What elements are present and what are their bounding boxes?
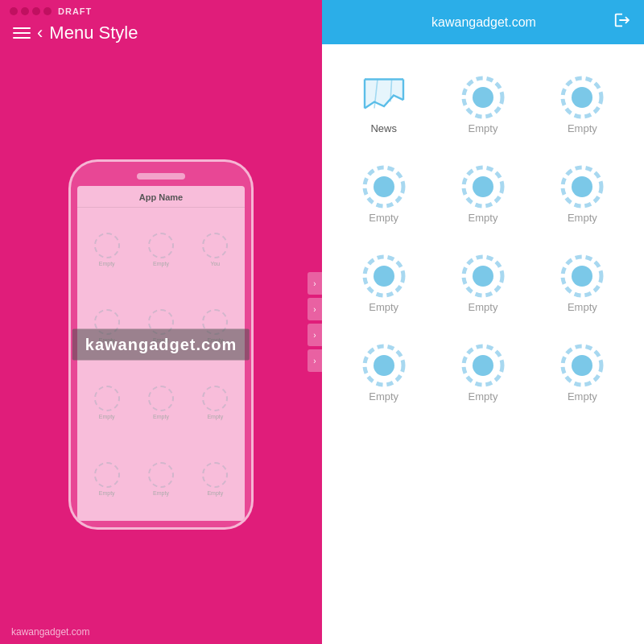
empty-circle-icon (458, 341, 508, 390)
hamburger-icon[interactable] (13, 27, 31, 39)
menu-item-label: Empty (568, 301, 597, 313)
list-item[interactable]: Empty (134, 365, 187, 440)
menu-grid: News Empty Empty (330, 60, 636, 411)
menu-item-label: Empty (568, 122, 597, 134)
svg-point-5 (473, 87, 493, 108)
list-item[interactable]: Empty (134, 213, 187, 287)
empty-circle-icon (359, 341, 409, 390)
svg-point-21 (374, 355, 394, 376)
menu-item-empty3[interactable]: Empty (338, 151, 429, 232)
arrow-tab-4[interactable]: › (308, 349, 322, 372)
menu-style-title: Menu Style (49, 23, 138, 43)
list-item[interactable]: Empty (134, 441, 187, 516)
list-item[interactable]: Empty (80, 289, 133, 364)
list-item[interactable]: Empty (189, 289, 242, 364)
phone-item-label: Empty (99, 414, 115, 419)
menu-item-empty9[interactable]: Empty (338, 329, 429, 411)
status-dot-2 (21, 7, 29, 15)
menu-item-empty6[interactable]: Empty (338, 240, 429, 321)
phone-item-label: Empty (153, 414, 169, 419)
list-item[interactable]: Empty (80, 365, 133, 440)
arrow-tab-2[interactable]: › (308, 298, 322, 320)
status-dot-4 (43, 7, 52, 15)
empty-circle-icon (458, 162, 508, 212)
phone-side-btn-right (252, 258, 254, 291)
status-dot-3 (32, 7, 40, 15)
svg-point-17 (473, 266, 493, 287)
svg-point-7 (572, 87, 592, 108)
left-watermark: kawangadget.com (0, 620, 322, 644)
phone-circle-3 (202, 233, 228, 258)
phone-item-label: Empty (153, 490, 169, 496)
svg-point-23 (473, 355, 493, 376)
svg-point-9 (374, 176, 394, 197)
list-item[interactable]: Empty (80, 213, 133, 287)
empty-circle-icon (557, 72, 607, 122)
menu-item-label: Empty (469, 390, 498, 402)
news-map-icon (358, 72, 410, 116)
phone-item-label: Empty (99, 490, 115, 496)
phone-grid: Empty Empty You Empty (77, 208, 245, 521)
phone-circle-9 (202, 386, 228, 411)
menu-item-empty4[interactable]: Empty (437, 151, 528, 232)
menu-item-label: Empty (369, 390, 398, 402)
list-item[interactable]: You (189, 213, 242, 287)
menu-item-empty8[interactable]: Empty (537, 240, 628, 321)
menu-item-label: Empty (568, 390, 597, 402)
status-dot-1 (10, 7, 18, 15)
menu-item-empty2[interactable]: Empty (537, 60, 628, 142)
list-item[interactable]: Empty (189, 441, 242, 516)
left-header: ‹ Menu Style (0, 19, 322, 53)
svg-point-13 (572, 176, 592, 197)
menu-item-label: Empty (469, 122, 498, 134)
empty-circle-icon (458, 72, 508, 122)
phone-side-btn-left (68, 242, 70, 258)
phone-item-label: Empty (207, 337, 223, 343)
menu-item-label: Empty (568, 212, 597, 224)
list-item[interactable]: Empty (80, 441, 133, 516)
logout-icon[interactable] (613, 11, 631, 33)
empty-circle-icon (557, 251, 607, 301)
menu-item-empty11[interactable]: Empty (537, 329, 628, 411)
phone-item-label: You (210, 261, 220, 266)
right-content: News Empty Empty (322, 44, 644, 644)
menu-item-label: Empty (469, 212, 498, 224)
menu-item-empty5[interactable]: Empty (537, 151, 628, 232)
phone-wrapper: App Name Empty Empty You (68, 159, 254, 530)
menu-item-empty10[interactable]: Empty (437, 329, 528, 411)
phone-item-label: Empty (99, 261, 115, 266)
phone-container: App Name Empty Empty You (0, 53, 322, 644)
phone-item-label: Empty (207, 414, 223, 419)
svg-point-19 (572, 266, 592, 287)
menu-item-empty7[interactable]: Empty (437, 240, 528, 321)
left-panel: DRAFT ‹ Menu Style App Name Empty (0, 0, 322, 644)
empty-circle-icon (458, 251, 508, 301)
menu-item-label: News (370, 122, 397, 134)
draft-label: DRAFT (58, 6, 92, 16)
list-item[interactable]: Empty (134, 289, 187, 364)
phone-circle-12 (202, 462, 228, 488)
phone-item-label: Empty (153, 261, 169, 266)
side-arrows: › › › › (308, 272, 322, 372)
list-item[interactable]: Empty (189, 365, 242, 440)
phone-item-label: Empty (153, 337, 169, 343)
right-header-title: kawangadget.com (354, 15, 613, 30)
menu-item-empty1[interactable]: Empty (437, 60, 528, 142)
svg-point-15 (374, 266, 394, 287)
menu-item-label: Empty (369, 212, 398, 224)
empty-circle-icon (557, 341, 607, 390)
arrow-tab-3[interactable]: › (308, 324, 322, 346)
phone-mockup: App Name Empty Empty You (68, 159, 254, 530)
empty-circle-icon (557, 162, 607, 212)
phone-screen: App Name Empty Empty You (77, 186, 245, 521)
arrow-tab-1[interactable]: › (308, 272, 322, 295)
menu-item-label: Empty (369, 301, 398, 313)
back-arrow-icon[interactable]: ‹ (37, 24, 43, 42)
phone-item-label: Empty (207, 490, 223, 496)
phone-item-label: Empty (99, 337, 115, 343)
empty-circle-icon (359, 162, 409, 212)
phone-circle-1 (94, 233, 120, 258)
menu-item-news[interactable]: News (338, 60, 429, 142)
phone-circle-8 (148, 386, 174, 411)
menu-item-label: Empty (469, 301, 498, 313)
